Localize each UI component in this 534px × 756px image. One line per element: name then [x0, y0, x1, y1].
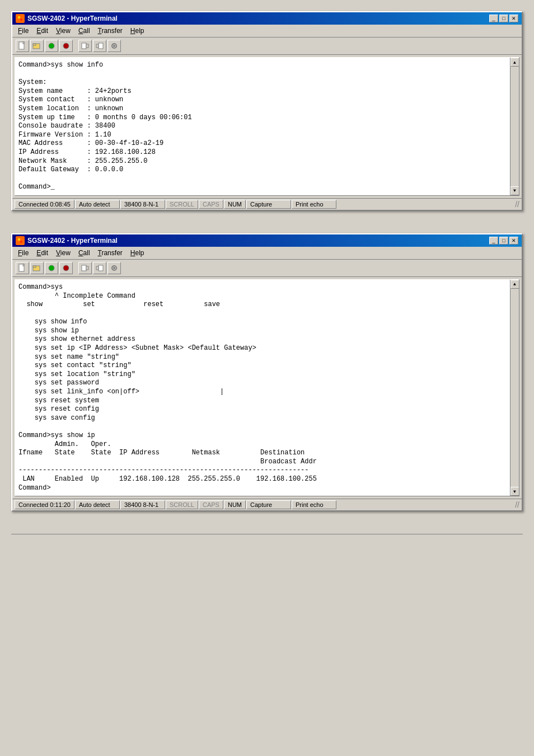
app-icon-2	[16, 236, 25, 245]
svg-rect-11	[96, 44, 99, 48]
hyperterminal-window-1: SGSW-2402 - HyperTerminal _ □ ✕ File Edi…	[11, 11, 523, 211]
menu-transfer-2[interactable]: Transfer	[95, 248, 126, 258]
terminal-wrapper-2: Command>sys ^ Incomplete Command show se…	[12, 279, 522, 496]
toolbar-open-1[interactable]	[30, 40, 44, 52]
svg-point-27	[113, 267, 115, 269]
svg-rect-16	[20, 241, 22, 243]
menu-bar-1: File Edit View Call Transfer Help	[12, 25, 522, 37]
menu-view-1[interactable]: View	[53, 26, 74, 36]
menu-bar-2: File Edit View Call Transfer Help	[12, 247, 522, 260]
scroll-down-2[interactable]: ▼	[510, 487, 519, 496]
menu-edit-1[interactable]: Edit	[33, 26, 51, 36]
status-print-echo-1: Print echo	[292, 200, 336, 209]
toolbar-disconnect-1[interactable]	[59, 40, 73, 52]
status-scroll-2: SCROLL	[166, 500, 198, 509]
svg-rect-15	[18, 238, 20, 241]
svg-rect-5	[33, 44, 36, 45]
toolbar-receive-1[interactable]	[93, 40, 106, 52]
status-capture-1: Capture	[246, 200, 291, 209]
svg-rect-1	[18, 16, 20, 18]
menu-call-1[interactable]: Call	[75, 26, 93, 36]
status-auto-detect-2: Auto detect	[75, 500, 120, 509]
scroll-up-1[interactable]: ▲	[510, 58, 519, 67]
svg-rect-23	[86, 266, 88, 270]
status-capture-2: Capture	[246, 500, 291, 509]
status-bar-2: Connected 0:11:20 Auto detect 38400 8-N-…	[12, 499, 522, 510]
title-buttons-1: _ □ ✕	[489, 15, 518, 22]
terminal-content-1: Command>sys show info System: System nam…	[18, 61, 516, 192]
scrollbar-1[interactable]: ▲ ▼	[510, 58, 519, 195]
toolbar-properties-2[interactable]	[107, 262, 121, 274]
menu-view-2[interactable]: View	[53, 248, 74, 258]
window-title-1: SGSW-2402 - HyperTerminal	[27, 15, 118, 22]
toolbar-sep-1	[74, 40, 77, 52]
menu-transfer-1[interactable]: Transfer	[95, 26, 126, 36]
status-scroll-1: SCROLL	[166, 200, 198, 209]
status-caps-2: CAPS	[199, 500, 223, 509]
toolbar-sep-2	[74, 262, 77, 274]
title-buttons-2: _ □ ✕	[489, 237, 518, 245]
scrollbar-2[interactable]: ▲ ▼	[510, 280, 519, 496]
maximize-button-2[interactable]: □	[499, 237, 508, 245]
title-bar-left-1: SGSW-2402 - HyperTerminal	[16, 14, 118, 23]
toolbar-disconnect-2[interactable]	[59, 262, 73, 274]
menu-edit-2[interactable]: Edit	[33, 248, 51, 258]
menu-file-2[interactable]: File	[15, 248, 32, 258]
status-caps-1: CAPS	[199, 200, 223, 209]
toolbar-new-2[interactable]	[16, 262, 29, 274]
toolbar-properties-1[interactable]	[107, 40, 121, 52]
title-bar-2: SGSW-2402 - HyperTerminal _ □ ✕	[12, 234, 522, 247]
svg-rect-19	[33, 266, 36, 267]
scroll-down-1[interactable]: ▼	[510, 186, 519, 195]
svg-rect-2	[20, 18, 22, 21]
maximize-button-1[interactable]: □	[499, 15, 508, 22]
terminal-content-2: Command>sys ^ Incomplete Command show se…	[18, 283, 516, 492]
status-print-echo-2: Print echo	[292, 500, 336, 509]
svg-point-6	[49, 43, 54, 49]
close-button-2[interactable]: ✕	[509, 237, 518, 245]
scroll-up-2[interactable]: ▲	[510, 280, 519, 289]
svg-rect-9	[86, 44, 88, 48]
resize-handle-1[interactable]: //	[515, 200, 519, 209]
menu-help-1[interactable]: Help	[127, 26, 148, 36]
svg-rect-25	[96, 266, 99, 270]
resize-handle-2[interactable]: //	[515, 500, 519, 509]
hyperterminal-window-2: SGSW-2402 - HyperTerminal _ □ ✕ File Edi…	[11, 233, 523, 511]
svg-point-21	[63, 265, 69, 271]
minimize-button-2[interactable]: _	[489, 237, 498, 245]
scroll-track-1	[510, 67, 519, 186]
toolbar-send-2[interactable]	[78, 262, 92, 274]
toolbar-send-1[interactable]	[78, 40, 92, 52]
terminal-area-1[interactable]: Command>sys show info System: System nam…	[15, 57, 519, 196]
toolbar-connect-2[interactable]	[45, 262, 58, 274]
terminal-area-2[interactable]: Command>sys ^ Incomplete Command show se…	[15, 279, 519, 496]
svg-rect-10	[99, 43, 103, 49]
svg-point-7	[63, 43, 69, 49]
toolbar-new-1[interactable]	[16, 40, 29, 52]
page-divider	[11, 534, 523, 534]
minimize-button-1[interactable]: _	[489, 15, 498, 22]
svg-point-13	[113, 45, 115, 47]
status-baud-1: 38400 8-N-1	[120, 200, 165, 209]
menu-help-2[interactable]: Help	[127, 248, 148, 258]
app-icon-1	[16, 14, 25, 23]
status-num-2: NUM	[224, 500, 246, 509]
status-auto-detect-1: Auto detect	[75, 200, 120, 209]
toolbar-receive-2[interactable]	[93, 262, 106, 274]
menu-file-1[interactable]: File	[15, 26, 32, 36]
menu-call-2[interactable]: Call	[75, 248, 93, 258]
status-bar-1: Connected 0:08:45 Auto detect 38400 8-N-…	[12, 198, 522, 210]
toolbar-open-2[interactable]	[30, 262, 44, 274]
svg-rect-22	[82, 265, 86, 271]
status-connected-2: Connected 0:11:20	[15, 500, 74, 509]
title-bar-1: SGSW-2402 - HyperTerminal _ □ ✕	[12, 12, 522, 25]
window-title-2: SGSW-2402 - HyperTerminal	[27, 237, 118, 245]
svg-rect-8	[82, 43, 86, 49]
status-baud-2: 38400 8-N-1	[120, 500, 165, 509]
terminal-wrapper-1: Command>sys show info System: System nam…	[12, 57, 522, 196]
toolbar-connect-1[interactable]	[45, 40, 58, 52]
toolbar-2	[12, 260, 522, 277]
status-connected-1: Connected 0:08:45	[15, 200, 74, 209]
close-button-1[interactable]: ✕	[509, 15, 518, 22]
toolbar-1	[12, 37, 522, 55]
